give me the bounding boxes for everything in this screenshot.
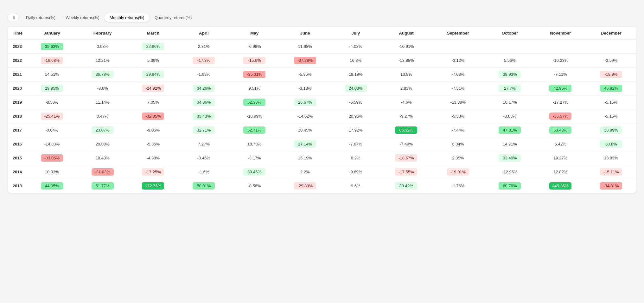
data-cell: 18.78% bbox=[229, 137, 280, 151]
cell-value: -6.59% bbox=[345, 99, 367, 106]
data-cell: -18.99% bbox=[229, 109, 280, 123]
cell-value: 13.83% bbox=[600, 154, 622, 162]
data-cell: 5.39% bbox=[128, 54, 179, 68]
table-row: 2018-25.41%0.47%-32.85%33.43%-18.99%-14.… bbox=[8, 109, 636, 123]
cell-value: -29.89% bbox=[294, 182, 316, 190]
cell-value: 8.2% bbox=[345, 154, 367, 162]
data-cell: 39.46% bbox=[229, 165, 280, 179]
data-cell: 29.84% bbox=[128, 68, 179, 81]
cell-value: 14.51% bbox=[41, 71, 63, 78]
cell-value: -9.69% bbox=[345, 168, 367, 176]
cell-value: -5.35% bbox=[142, 140, 164, 148]
table-row: 201410.03%-31.03%-17.25%-1.6%39.46%2.2%-… bbox=[8, 165, 636, 179]
asset-selector[interactable]: ⇅ bbox=[8, 14, 18, 21]
data-cell: 32.71% bbox=[178, 123, 229, 137]
table-row: 2019-8.58%11.14%7.05%34.36%52.38%26.67%-… bbox=[8, 95, 636, 109]
data-cell: -3.46% bbox=[178, 151, 229, 165]
year-cell: 2020 bbox=[8, 81, 27, 95]
cell-value: -9.05% bbox=[142, 126, 164, 134]
cell-value: -3.59% bbox=[600, 57, 622, 64]
data-cell: 19.27% bbox=[535, 151, 586, 165]
data-cell: -17.3% bbox=[178, 54, 229, 68]
cell-value: -8.56% bbox=[243, 182, 265, 190]
cell-value: -14.83% bbox=[41, 140, 63, 148]
data-cell: 53.48% bbox=[535, 123, 586, 137]
table-header: TimeJanuaryFebruaryMarchAprilMayJuneJuly… bbox=[8, 27, 636, 40]
cell-value: 33.43% bbox=[193, 113, 215, 120]
data-cell: -3.59% bbox=[586, 54, 636, 68]
tab-monthly-returns---[interactable]: Monthly returns(%) bbox=[105, 13, 150, 22]
cell-value: -4.02% bbox=[345, 43, 367, 50]
cell-value: 17.92% bbox=[345, 126, 367, 134]
data-cell: -9.05% bbox=[128, 123, 179, 137]
data-cell: -1.76% bbox=[431, 179, 484, 193]
data-cell: 36.78% bbox=[77, 68, 128, 81]
data-cell: 0.47% bbox=[77, 109, 128, 123]
cell-value: 34.26% bbox=[193, 85, 215, 92]
data-cell: -4.6% bbox=[381, 95, 432, 109]
cell-value: 39.93% bbox=[499, 71, 521, 78]
year-cell: 2018 bbox=[8, 109, 27, 123]
data-cell: -34.81% bbox=[586, 179, 636, 193]
cell-value: 7.05% bbox=[142, 99, 164, 106]
data-cell: 18.19% bbox=[330, 68, 381, 81]
cell-value: 36.78% bbox=[92, 71, 114, 78]
data-cell: -33.05% bbox=[27, 151, 77, 165]
table-body: 202339.63%0.03%22.96%2.81%-6.98%11.98%-4… bbox=[8, 40, 636, 193]
cell-value: 30.42% bbox=[395, 182, 417, 190]
cell-value: -3.18% bbox=[294, 85, 316, 92]
cell-value: 9.51% bbox=[243, 85, 265, 92]
cell-value: 46.92% bbox=[600, 85, 622, 92]
data-cell: -7.67% bbox=[330, 137, 381, 151]
data-cell bbox=[535, 40, 586, 54]
year-cell: 2023 bbox=[8, 40, 27, 54]
tabs-container: Daily returns(%)Weekly returns(%)Monthly… bbox=[21, 13, 197, 22]
tab-daily-returns---[interactable]: Daily returns(%) bbox=[21, 13, 61, 22]
table-row: 2017-0.04%23.07%-9.05%32.71%52.71%10.45%… bbox=[8, 123, 636, 137]
data-cell: -7.03% bbox=[431, 68, 484, 81]
col-header-may: May bbox=[229, 27, 280, 40]
cell-value: -5.58% bbox=[447, 113, 469, 120]
data-cell: 11.14% bbox=[77, 95, 128, 109]
cell-value: -33.05% bbox=[41, 154, 63, 162]
data-cell: -6.59% bbox=[330, 95, 381, 109]
data-cell: 22.96% bbox=[128, 40, 179, 54]
data-cell: -3.17% bbox=[229, 151, 280, 165]
data-cell: 47.81% bbox=[485, 123, 535, 137]
cell-value: 15.19% bbox=[294, 154, 316, 162]
cell-value: -7.44% bbox=[447, 126, 469, 134]
data-cell: -36.57% bbox=[535, 109, 586, 123]
cell-value: 18.78% bbox=[243, 140, 265, 148]
tab-quarterly-returns---[interactable]: Quarterly returns(%) bbox=[150, 13, 197, 22]
data-cell: -17.27% bbox=[535, 95, 586, 109]
returns-table-wrap: TimeJanuaryFebruaryMarchAprilMayJuneJuly… bbox=[8, 27, 636, 193]
toolbar: ⇅ Daily returns(%)Weekly returns(%)Month… bbox=[8, 13, 636, 22]
data-cell: 60.79% bbox=[485, 179, 535, 193]
cell-value: -16.68% bbox=[41, 57, 63, 64]
cell-value: 5.56% bbox=[499, 57, 521, 64]
cell-value: -3.12% bbox=[447, 57, 469, 64]
data-cell: 9.51% bbox=[229, 81, 280, 95]
table-row: 201344.05%61.77%172.76%50.01%-8.56%-29.8… bbox=[8, 179, 636, 193]
data-cell: 18.43% bbox=[77, 151, 128, 165]
table-row: 2015-33.05%18.43%-4.38%-3.46%-3.17%15.19… bbox=[8, 151, 636, 165]
cell-value: -4.6% bbox=[395, 99, 417, 106]
data-cell: -24.92% bbox=[128, 81, 179, 95]
data-cell: -29.89% bbox=[280, 179, 330, 193]
cell-value: 10.03% bbox=[41, 168, 63, 176]
cell-value: 19.27% bbox=[549, 154, 571, 162]
cell-value: -15.11% bbox=[600, 168, 622, 176]
data-cell: 2.35% bbox=[431, 151, 484, 165]
cell-value: -9.27% bbox=[395, 113, 417, 120]
data-cell: -5.15% bbox=[586, 95, 636, 109]
year-cell: 2022 bbox=[8, 54, 27, 68]
cell-value: 52.71% bbox=[243, 126, 265, 134]
col-header-october: October bbox=[485, 27, 535, 40]
cell-value: 65.32% bbox=[395, 126, 417, 134]
data-cell: 11.98% bbox=[280, 40, 330, 54]
cell-value: -15.6% bbox=[243, 57, 265, 64]
cell-value: 30.8% bbox=[600, 140, 622, 148]
data-cell: 52.38% bbox=[229, 95, 280, 109]
tab-weekly-returns---[interactable]: Weekly returns(%) bbox=[61, 13, 105, 22]
data-cell: 34.36% bbox=[178, 95, 229, 109]
